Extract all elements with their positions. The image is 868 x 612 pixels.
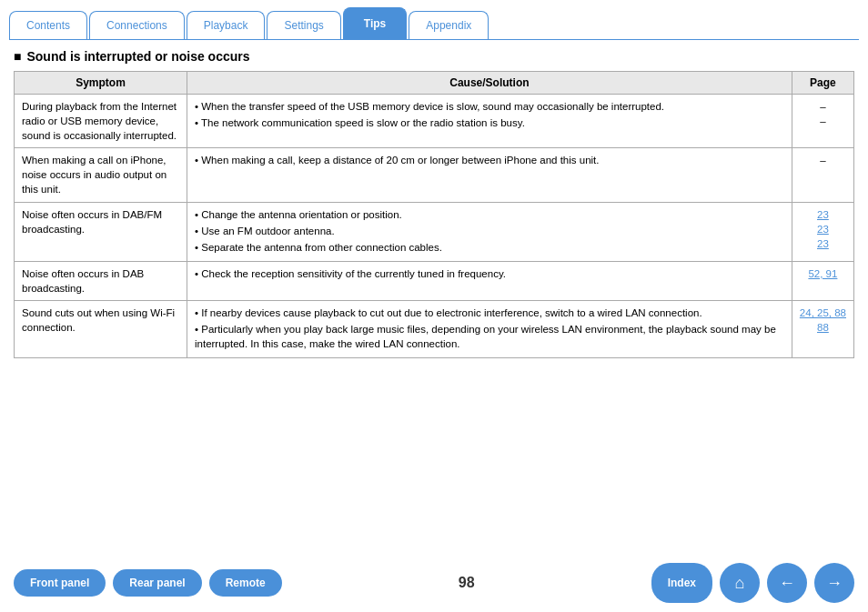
list-item: When the transfer speed of the USB memor… xyxy=(195,99,784,114)
page-link[interactable]: 52, 91 xyxy=(808,268,837,279)
list-item: Use an FM outdoor antenna. xyxy=(195,224,784,238)
back-button[interactable]: ← xyxy=(767,563,807,603)
cause-cell: When the transfer speed of the USB memor… xyxy=(187,95,792,148)
page-link[interactable]: 88 xyxy=(817,322,829,333)
bottom-left-nav: Front panel Rear panel Remote xyxy=(14,569,282,597)
cause-cell: Change the antenna orientation or positi… xyxy=(187,202,792,261)
main-content: Sound is interrupted or noise occurs Sym… xyxy=(0,40,868,367)
tab-tips[interactable]: Tips xyxy=(343,7,407,39)
list-item: When making a call, keep a distance of 2… xyxy=(195,153,784,167)
page-link[interactable]: 23 xyxy=(817,238,829,249)
symptom-cell: Noise often occurs in DAB broadcasting. xyxy=(15,261,187,300)
tab-navigation: Contents Connections Playback Settings T… xyxy=(0,0,868,39)
bottom-right-nav: Index ⌂ ← → xyxy=(651,563,854,603)
list-item: Separate the antenna from other connecti… xyxy=(195,240,784,255)
page-cell: 23 23 23 xyxy=(792,202,853,261)
page-cell: 24, 25, 88 88 xyxy=(792,301,853,358)
tab-playback[interactable]: Playback xyxy=(187,11,266,39)
tab-settings[interactable]: Settings xyxy=(267,11,340,39)
col-header-symptom: Symptom xyxy=(15,72,187,95)
remote-button[interactable]: Remote xyxy=(209,569,282,597)
page-link[interactable]: 23 xyxy=(817,209,829,220)
table-row: Sound cuts out when using Wi-Fi connecti… xyxy=(15,301,854,358)
symptom-cell: Sound cuts out when using Wi-Fi connecti… xyxy=(15,301,187,358)
symptom-cell: During playback from the Internet radio … xyxy=(15,95,187,148)
tab-appendix[interactable]: Appendix xyxy=(409,11,489,39)
list-item: If nearby devices cause playback to cut … xyxy=(195,306,784,320)
symptom-cell: Noise often occurs in DAB/FM broadcastin… xyxy=(15,202,187,261)
col-header-cause: Cause/Solution xyxy=(187,72,792,95)
cause-cell: When making a call, keep a distance of 2… xyxy=(187,148,792,202)
page-cell: – xyxy=(792,148,853,202)
page-number: 98 xyxy=(459,575,475,591)
rear-panel-button[interactable]: Rear panel xyxy=(113,569,201,597)
list-item: Check the reception sensitivity of the c… xyxy=(195,266,784,281)
col-header-page: Page xyxy=(792,72,853,95)
page-link[interactable]: 24, 25, 88 xyxy=(800,307,846,318)
symptom-cell: When making a call on iPhone, noise occu… xyxy=(15,148,187,202)
page-link[interactable]: 23 xyxy=(817,224,829,235)
list-item: Particularly when you play back large mu… xyxy=(195,322,784,351)
home-button[interactable]: ⌂ xyxy=(720,563,760,603)
tab-contents[interactable]: Contents xyxy=(9,11,87,39)
index-button[interactable]: Index xyxy=(651,563,712,603)
section-title: Sound is interrupted or noise occurs xyxy=(14,49,854,64)
cause-cell: If nearby devices cause playback to cut … xyxy=(187,301,792,358)
table-row: During playback from the Internet radio … xyxy=(15,95,854,148)
list-item: Change the antenna orientation or positi… xyxy=(195,207,784,222)
front-panel-button[interactable]: Front panel xyxy=(14,569,106,597)
forward-button[interactable]: → xyxy=(814,563,854,603)
tab-connections[interactable]: Connections xyxy=(89,11,185,39)
bottom-navigation: Front panel Rear panel Remote 98 Index ⌂… xyxy=(0,554,868,612)
page-cell: – – xyxy=(792,95,853,148)
table-row: Noise often occurs in DAB/FM broadcastin… xyxy=(15,202,854,261)
list-item: The network communication speed is slow … xyxy=(195,115,784,130)
table-row: When making a call on iPhone, noise occu… xyxy=(15,148,854,202)
cause-cell: Check the reception sensitivity of the c… xyxy=(187,261,792,300)
table-row: Noise often occurs in DAB broadcasting. … xyxy=(15,261,854,300)
troubleshooting-table: Symptom Cause/Solution Page During playb… xyxy=(14,71,854,358)
page-cell: 52, 91 xyxy=(792,261,853,300)
